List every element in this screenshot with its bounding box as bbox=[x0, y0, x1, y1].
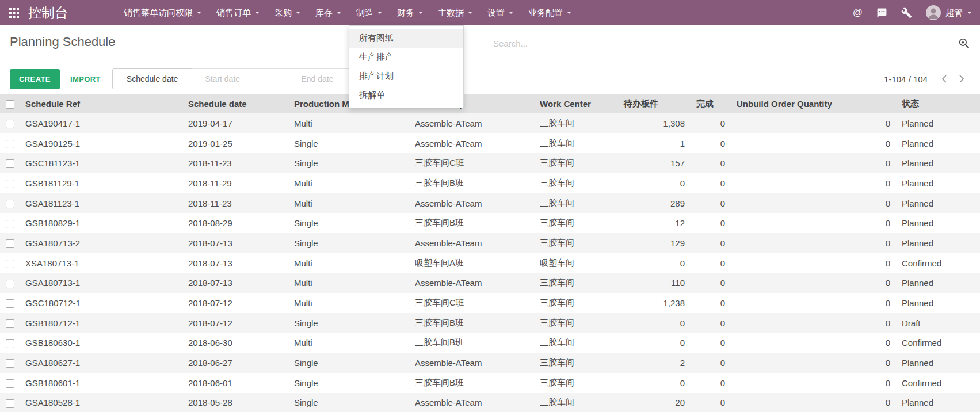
table-row[interactable]: GSA190125-1 2019-01-25 Single Assemble-A… bbox=[0, 133, 980, 154]
cell-production-mode: Single bbox=[288, 393, 409, 412]
table-row[interactable]: GSC181123-1 2018-11-23 Single 三胶车间C班 三胶车… bbox=[0, 153, 980, 173]
planning-schedule-table: Schedule Ref Schedule date Production Mo… bbox=[0, 94, 980, 412]
dropdown-menu-item[interactable]: 排产计划 bbox=[349, 67, 463, 86]
cell-done: 0 bbox=[691, 353, 731, 373]
import-button[interactable]: IMPORT bbox=[70, 75, 101, 83]
cell-work-center: 三胶车间 bbox=[534, 373, 618, 393]
table-row[interactable]: GSB180601-1 2018-06-01 Single 三胶车间B班 三胶车… bbox=[0, 373, 980, 393]
cell-schedule-date: 2018-11-29 bbox=[182, 173, 288, 193]
row-checkbox[interactable] bbox=[6, 120, 14, 128]
cell-status: Confirmed bbox=[896, 373, 980, 393]
table-row[interactable]: GSA180528-1 2018-05-28 Single Assemble-A… bbox=[0, 393, 980, 412]
menu-settings[interactable]: 设置 bbox=[480, 0, 521, 25]
cell-unbuild-qty: 0 bbox=[731, 233, 896, 253]
cell-production-mode: Multi bbox=[288, 293, 409, 313]
row-checkbox[interactable] bbox=[6, 359, 14, 368]
table-row[interactable]: GSA181123-1 2018-11-23 Multi Assemble-AT… bbox=[0, 193, 980, 213]
cell-schedule-date: 2018-07-13 bbox=[182, 253, 288, 273]
table-row[interactable]: GSC180712-1 2018-07-12 Multi 三胶车间C班 三胶车间… bbox=[0, 293, 980, 313]
cell-work-group: 三胶车间B班 bbox=[409, 173, 534, 193]
table-row[interactable]: GSA180713-2 2018-07-13 Single Assemble-A… bbox=[0, 233, 980, 253]
row-checkbox[interactable] bbox=[6, 339, 14, 348]
menu-master-data[interactable]: 主数据 bbox=[430, 0, 480, 25]
apps-grid-icon[interactable] bbox=[9, 8, 19, 18]
cell-schedule-ref: GSA180713-1 bbox=[20, 273, 182, 293]
chat-icon[interactable] bbox=[876, 7, 887, 18]
row-checkbox[interactable] bbox=[6, 399, 14, 408]
cell-work-group: Assemble-ATeam bbox=[409, 233, 534, 253]
menu-manufacturing[interactable]: 制造 所有图纸 生产排产 排产计划 拆解单 bbox=[349, 0, 390, 25]
menu-business-config[interactable]: 业务配置 bbox=[521, 0, 579, 25]
column-header-schedule-date[interactable]: Schedule date bbox=[182, 94, 288, 113]
user-name: 超管 bbox=[945, 7, 963, 18]
row-checkbox[interactable] bbox=[6, 159, 14, 168]
column-header-done[interactable]: 完成 bbox=[691, 94, 731, 113]
mentions-icon[interactable]: @ bbox=[853, 7, 863, 18]
row-checkbox[interactable] bbox=[6, 260, 14, 268]
cell-done: 0 bbox=[691, 293, 731, 313]
create-button[interactable]: CREATE bbox=[10, 69, 60, 89]
column-header-schedule-ref[interactable]: Schedule Ref bbox=[20, 94, 182, 113]
row-checkbox[interactable] bbox=[6, 200, 14, 208]
dropdown-menu-item[interactable]: 生产排产 bbox=[349, 48, 463, 67]
select-all-checkbox[interactable] bbox=[6, 100, 14, 109]
table-row[interactable]: GSA180627-1 2018-06-27 Single Assemble-A… bbox=[0, 353, 980, 373]
column-header-unbuild-qty[interactable]: Unbuild Order Quantity bbox=[731, 94, 896, 113]
caret-down-icon bbox=[418, 12, 423, 14]
row-checkbox[interactable] bbox=[6, 180, 14, 188]
tools-wrench-icon[interactable] bbox=[901, 7, 912, 18]
cell-unbuild-qty: 0 bbox=[731, 393, 896, 412]
dropdown-menu-item[interactable]: 所有图纸 bbox=[349, 29, 463, 48]
main-menu-bar: 销售菜单访问权限 销售订单 采购 库存 制造 所有图纸 生产排产 排产计划 拆 bbox=[116, 0, 579, 25]
cell-work-center: 三胶车间 bbox=[534, 173, 618, 193]
row-checkbox[interactable] bbox=[6, 299, 14, 308]
table-row[interactable]: GSB180712-1 2018-07-12 Single 三胶车间B班 三胶车… bbox=[0, 313, 980, 333]
menu-purchase[interactable]: 采购 bbox=[267, 0, 308, 25]
menu-accounting[interactable]: 财务 bbox=[390, 0, 430, 25]
pager-next-icon[interactable] bbox=[953, 70, 970, 87]
table-row[interactable]: GSA190417-1 2019-04-17 Multi Assemble-AT… bbox=[0, 113, 980, 133]
cell-unbuild-qty: 0 bbox=[731, 313, 896, 333]
menu-sales-order[interactable]: 销售订单 bbox=[209, 0, 267, 25]
row-checkbox[interactable] bbox=[6, 220, 14, 228]
table-row[interactable]: GSB181129-1 2018-11-29 Multi 三胶车间B班 三胶车间… bbox=[0, 173, 980, 193]
column-header-status[interactable]: 状态 bbox=[896, 94, 980, 113]
table-row[interactable]: XSA180713-1 2018-07-13 Multi 吸塑车间A班 吸塑车间… bbox=[0, 253, 980, 273]
action-buttons-row: CREATE IMPORT Schedule date Start date E… bbox=[0, 63, 980, 94]
topbar-right-tools: @ 超管 bbox=[853, 5, 972, 20]
menu-sales-access[interactable]: 销售菜单访问权限 bbox=[116, 0, 209, 25]
row-checkbox[interactable] bbox=[6, 319, 14, 328]
cell-done: 0 bbox=[691, 173, 731, 193]
menu-inventory[interactable]: 库存 bbox=[308, 0, 349, 25]
cell-production-mode: Single bbox=[288, 313, 409, 333]
start-date-input[interactable]: Start date bbox=[192, 68, 288, 89]
column-header-work-center[interactable]: Work Center bbox=[534, 94, 618, 113]
cell-pending-boards: 129 bbox=[618, 233, 691, 253]
cell-done: 0 bbox=[691, 193, 731, 213]
row-checkbox[interactable] bbox=[6, 280, 14, 288]
row-checkbox[interactable] bbox=[6, 239, 14, 248]
schedule-date-filter-button[interactable]: Schedule date bbox=[112, 68, 193, 89]
row-checkbox[interactable] bbox=[6, 140, 14, 148]
column-header-pending-boards[interactable]: 待办板件 bbox=[618, 94, 691, 113]
dropdown-menu-item[interactable]: 拆解单 bbox=[349, 86, 463, 105]
app-brand-title[interactable]: 控制台 bbox=[28, 4, 68, 22]
table-row[interactable]: GSB180829-1 2018-08-29 Single 三胶车间B班 三胶车… bbox=[0, 213, 980, 233]
cell-unbuild-qty: 0 bbox=[731, 173, 896, 193]
cell-work-center: 三胶车间 bbox=[534, 153, 618, 173]
cell-unbuild-qty: 0 bbox=[731, 293, 896, 313]
cell-pending-boards: 1 bbox=[618, 133, 691, 154]
cell-status: Planned bbox=[896, 193, 980, 213]
cell-production-mode: Multi bbox=[288, 273, 409, 293]
cell-status: Confirmed bbox=[896, 253, 980, 273]
cell-schedule-date: 2018-06-01 bbox=[182, 373, 288, 393]
row-checkbox[interactable] bbox=[6, 379, 14, 388]
cell-pending-boards: 157 bbox=[618, 153, 691, 173]
advanced-search-zoom-icon[interactable] bbox=[958, 37, 970, 49]
table-row[interactable]: GSB180630-1 2018-06-30 Multi 三胶车间B班 三胶车间… bbox=[0, 333, 980, 353]
pager-previous-icon[interactable] bbox=[936, 70, 953, 87]
cell-schedule-ref: GSA190125-1 bbox=[20, 133, 182, 154]
user-menu[interactable]: 超管 bbox=[926, 5, 972, 20]
table-row[interactable]: GSA180713-1 2018-07-13 Multi Assemble-AT… bbox=[0, 273, 980, 293]
search-input[interactable] bbox=[493, 39, 952, 48]
